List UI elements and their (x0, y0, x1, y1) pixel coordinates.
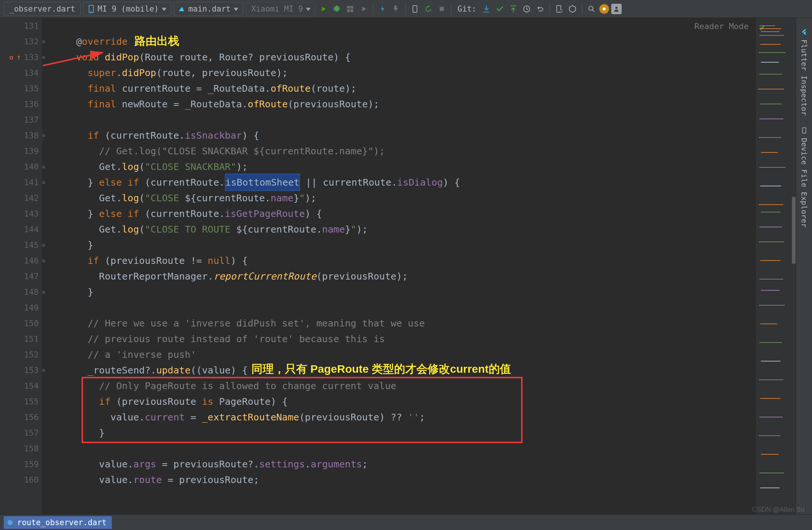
token-op: . (116, 190, 122, 206)
gutter-line[interactable]: 143 (0, 206, 42, 221)
gutter-line[interactable]: 152 (0, 347, 42, 362)
rail-flutter-inspector[interactable]: Flutter Inspector (800, 23, 809, 122)
code-line[interactable]: // a 'inverse push' (53, 347, 755, 362)
gutter-line[interactable]: 150 (0, 315, 42, 331)
code-line[interactable]: RouterReportManager.reportCurrentRoute(p… (53, 268, 755, 284)
code-line[interactable] (53, 112, 755, 127)
code-line[interactable]: } else if (currentRoute.isBottomSheet ||… (53, 174, 755, 190)
file-chip[interactable]: _observer.dart (4, 2, 81, 16)
gutter-line[interactable]: 131 (0, 18, 42, 34)
gutter-line[interactable]: 135 (0, 81, 42, 96)
token-hiSel: isBottomSheet (225, 174, 300, 191)
minimap-stripe (761, 62, 779, 63)
code-line[interactable]: if (currentRoute.isSnackbar) { (53, 127, 755, 143)
package-icon[interactable] (567, 3, 578, 15)
gutter-line[interactable]: o↑133⊟ (0, 49, 42, 65)
gutter-line[interactable]: 159 (0, 456, 42, 472)
gutter-line[interactable]: 137 (0, 112, 42, 127)
minimap-stripe (759, 74, 782, 75)
rollback-icon[interactable] (535, 3, 546, 15)
minimap[interactable]: ✔ (755, 18, 796, 514)
code-line[interactable]: // previous route instead of 'route' bec… (53, 331, 755, 347)
gutter-line[interactable]: 148⊟ (0, 284, 42, 300)
gutter-line[interactable]: 140⊟ (0, 159, 42, 174)
gutter-line[interactable]: 142 (0, 190, 42, 206)
minimap-viewport[interactable] (792, 197, 796, 264)
code-line[interactable]: // Get.log("CLOSE SNACKBAR ${currentRout… (53, 143, 755, 159)
toolbar-separator (451, 3, 451, 15)
code-line[interactable]: } else if (currentRoute.isGetPageRoute) … (53, 206, 755, 221)
device-chip[interactable]: MI 9 (mobile) ▼ (83, 2, 171, 16)
reader-mode-label[interactable]: Reader Mode (694, 22, 749, 31)
stop-icon[interactable] (436, 3, 447, 15)
token-op: ? (248, 49, 259, 65)
token-type: _RouteData (185, 96, 242, 112)
coverage-icon[interactable] (345, 3, 356, 15)
token-op: . (116, 65, 122, 81)
rail-device-file-explorer[interactable]: Device File Explorer (800, 122, 809, 233)
attach-icon[interactable] (409, 3, 421, 15)
file-chip-label: _observer.dart (9, 4, 75, 13)
gutter-line[interactable]: 158 (0, 441, 42, 456)
code-line[interactable]: super.didPop(route, previousRoute); (53, 65, 755, 81)
toolbar: _observer.dart MI 9 (mobile) ▼ main.dart… (0, 0, 812, 18)
gutter-line[interactable]: 157 (0, 425, 42, 441)
git-pull-icon[interactable] (481, 3, 492, 15)
code-line[interactable] (53, 18, 755, 34)
code-line[interactable]: value.route = previousRoute; (53, 472, 755, 488)
hot-reload-icon[interactable] (377, 3, 388, 15)
svg-line-8 (43, 53, 102, 66)
run-icon[interactable] (318, 3, 329, 15)
gutter-line[interactable]: 141⊟ (0, 174, 42, 190)
gutter-line[interactable]: 155 (0, 394, 42, 409)
code-line[interactable]: } (53, 237, 755, 253)
git-push-icon[interactable] (508, 3, 519, 15)
code-line[interactable]: Get.log("CLOSE ${currentRoute.name}"); (53, 190, 755, 206)
run-config-chip[interactable]: main.dart ▼ (174, 2, 243, 16)
code-line[interactable] (53, 300, 755, 315)
gutter-line[interactable]: 138⊟ (0, 127, 42, 143)
gutter-line[interactable]: 144 (0, 221, 42, 237)
token-op: = (162, 472, 179, 488)
code-line[interactable]: // Here we use a 'inverse didPush set', … (53, 315, 755, 331)
gutter-line[interactable]: 156 (0, 409, 42, 425)
user-avatar[interactable] (611, 4, 622, 14)
gutter-line[interactable]: 136 (0, 96, 42, 112)
gutter-line[interactable]: 154 (0, 378, 42, 394)
code-line[interactable]: if (previousRoute != null) { (53, 253, 755, 268)
debug-icon[interactable] (331, 3, 342, 15)
gutter-line[interactable]: 139 (0, 143, 42, 159)
open-file-tab[interactable]: route_observer.dart (4, 516, 112, 529)
gutter-line[interactable]: 134 (0, 65, 42, 81)
code-line[interactable]: value.args = previousRoute?.settings.arg… (53, 456, 755, 472)
flash-icon[interactable] (390, 3, 402, 15)
flutter-icon (800, 28, 808, 36)
gutter-line[interactable]: 146⊟ (0, 253, 42, 268)
device-manager-icon[interactable] (554, 3, 565, 15)
code-line[interactable]: final currentRoute = _RouteData.ofRoute(… (53, 81, 755, 96)
token-op: ( (316, 268, 322, 284)
gutter-line[interactable]: 147 (0, 268, 42, 284)
restart-debug-icon[interactable] (423, 3, 434, 15)
code-line[interactable]: Get.log("CLOSE SNACKBAR"); (53, 159, 755, 174)
notifications-icon[interactable] (599, 4, 609, 14)
code-line[interactable]: void didPop(Route route, Route? previous… (53, 49, 755, 65)
git-commit-icon[interactable] (494, 3, 505, 15)
search-icon[interactable] (586, 3, 597, 15)
code-line[interactable]: final newRoute = _RouteData.ofRoute(prev… (53, 96, 755, 112)
code-line[interactable]: } (53, 284, 755, 300)
history-icon[interactable] (521, 3, 532, 15)
gutter-line[interactable]: 151 (0, 331, 42, 347)
gutter-line[interactable]: 145⊟ (0, 237, 42, 253)
code-line[interactable]: Get.log("CLOSE TO ROUTE ${currentRoute.n… (53, 221, 755, 237)
token-cmt: // Here we use a 'inverse didPush set', … (88, 315, 425, 331)
minimap-stripe (759, 119, 783, 119)
token-op: ( (139, 49, 145, 65)
gutter-line[interactable]: 149 (0, 300, 42, 315)
gutter-line[interactable]: 153⊟ (0, 362, 42, 378)
gutter-line[interactable]: 132⊟ (0, 34, 42, 49)
extra-device-chip[interactable]: Xiaomi MI 9 ▼ (245, 2, 315, 16)
gutter-line[interactable]: 160 (0, 472, 42, 488)
profile-icon[interactable] (358, 3, 369, 15)
minimap-stripe (760, 260, 780, 261)
